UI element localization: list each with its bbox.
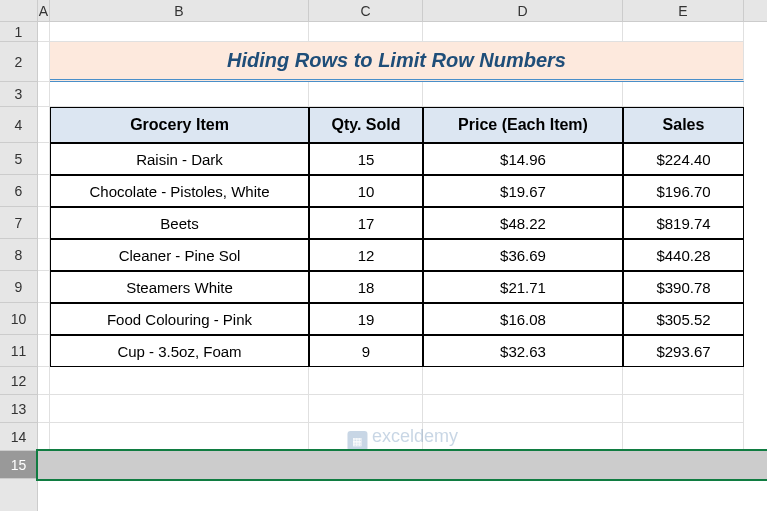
row-header-6[interactable]: 6 [0, 175, 37, 207]
title-cell[interactable]: Hiding Rows to Limit Row Numbers [50, 42, 744, 82]
cell-e1[interactable] [623, 22, 744, 42]
header-qty[interactable]: Qty. Sold [309, 107, 423, 143]
select-all-corner[interactable] [0, 0, 37, 22]
row-header-3[interactable]: 3 [0, 82, 37, 107]
cell-b1[interactable] [50, 22, 309, 42]
cell-e14[interactable] [623, 423, 744, 451]
cell-sales[interactable]: $390.78 [623, 271, 744, 303]
cell-d3[interactable] [423, 82, 623, 107]
column-headers-row: A B C D E [38, 0, 767, 22]
cell-price[interactable]: $36.69 [423, 239, 623, 271]
cell-qty[interactable]: 15 [309, 143, 423, 175]
col-header-e[interactable]: E [623, 0, 744, 21]
row-header-11[interactable]: 11 [0, 335, 37, 367]
col-header-c[interactable]: C [309, 0, 423, 21]
cell-e12[interactable] [623, 367, 744, 395]
cell-b3[interactable] [50, 82, 309, 107]
cell-blank[interactable] [38, 239, 50, 271]
cell-d1[interactable] [423, 22, 623, 42]
cell-item[interactable]: Food Colouring - Pink [50, 303, 309, 335]
cell-item[interactable]: Chocolate - Pistoles, White [50, 175, 309, 207]
cell-b12[interactable] [50, 367, 309, 395]
cell-price[interactable]: $16.08 [423, 303, 623, 335]
cell-blank[interactable] [38, 207, 50, 239]
header-price[interactable]: Price (Each Item) [423, 107, 623, 143]
row-headers-column: 1 2 3 4 5 6 7 8 9 10 11 12 13 14 15 [0, 0, 38, 511]
row-header-5[interactable]: 5 [0, 143, 37, 175]
cell-blank[interactable] [38, 143, 50, 175]
cell-e15[interactable] [623, 451, 744, 479]
cell-price[interactable]: $19.67 [423, 175, 623, 207]
col-header-b[interactable]: B [50, 0, 309, 21]
grid-body[interactable]: Hiding Rows to Limit Row Numbers Grocery… [38, 22, 767, 511]
cell-qty[interactable]: 19 [309, 303, 423, 335]
cell-item[interactable]: Cleaner - Pine Sol [50, 239, 309, 271]
cell-a15[interactable] [38, 451, 50, 479]
cell-a3[interactable] [38, 82, 50, 107]
cell-blank[interactable] [38, 271, 50, 303]
table-row: Beets17$48.22$819.74 [38, 207, 767, 239]
header-sales[interactable]: Sales [623, 107, 744, 143]
cell-c1[interactable] [309, 22, 423, 42]
cell-a14[interactable] [38, 423, 50, 451]
row-header-15[interactable]: 15 [0, 451, 37, 479]
grid-row-15-selected[interactable] [38, 451, 767, 479]
header-item[interactable]: Grocery Item [50, 107, 309, 143]
cell-item[interactable]: Raisin - Dark [50, 143, 309, 175]
cell-price[interactable]: $48.22 [423, 207, 623, 239]
cell-price[interactable]: $21.71 [423, 271, 623, 303]
row-header-13[interactable]: 13 [0, 395, 37, 423]
cell-qty[interactable]: 10 [309, 175, 423, 207]
row-header-1[interactable]: 1 [0, 22, 37, 42]
cell-b13[interactable] [50, 395, 309, 423]
cell-item[interactable]: Cup - 3.5oz, Foam [50, 335, 309, 367]
row-header-7[interactable]: 7 [0, 207, 37, 239]
cell-sales[interactable]: $819.74 [623, 207, 744, 239]
row-header-9[interactable]: 9 [0, 271, 37, 303]
cell-sales[interactable]: $224.40 [623, 143, 744, 175]
cell-c3[interactable] [309, 82, 423, 107]
cell-blank[interactable] [38, 335, 50, 367]
cell-price[interactable]: $14.96 [423, 143, 623, 175]
grid-row-3 [38, 82, 767, 107]
col-header-d[interactable]: D [423, 0, 623, 21]
row-header-14[interactable]: 14 [0, 423, 37, 451]
cell-sales[interactable]: $440.28 [623, 239, 744, 271]
watermark-brand: exceldemy [372, 426, 458, 446]
cell-b15[interactable] [50, 451, 309, 479]
table-row: Chocolate - Pistoles, White10$19.67$196.… [38, 175, 767, 207]
cell-e13[interactable] [623, 395, 744, 423]
cell-c15[interactable] [309, 451, 423, 479]
cell-a4[interactable] [38, 107, 50, 143]
cell-blank[interactable] [38, 175, 50, 207]
cell-d15[interactable] [423, 451, 623, 479]
cell-qty[interactable]: 12 [309, 239, 423, 271]
cell-a13[interactable] [38, 395, 50, 423]
cell-item[interactable]: Beets [50, 207, 309, 239]
row-header-8[interactable]: 8 [0, 239, 37, 271]
cell-price[interactable]: $32.63 [423, 335, 623, 367]
cell-e3[interactable] [623, 82, 744, 107]
cell-b14[interactable] [50, 423, 309, 451]
table-header-row: Grocery Item Qty. Sold Price (Each Item)… [38, 107, 767, 143]
cell-qty[interactable]: 18 [309, 271, 423, 303]
cell-qty[interactable]: 17 [309, 207, 423, 239]
row-header-10[interactable]: 10 [0, 303, 37, 335]
cell-blank[interactable] [38, 303, 50, 335]
cell-sales[interactable]: $305.52 [623, 303, 744, 335]
cell-item[interactable]: Steamers White [50, 271, 309, 303]
cell-qty[interactable]: 9 [309, 335, 423, 367]
col-header-a[interactable]: A [38, 0, 50, 21]
row-header-12[interactable]: 12 [0, 367, 37, 395]
cell-sales[interactable]: $196.70 [623, 175, 744, 207]
cell-a12[interactable] [38, 367, 50, 395]
row-header-4[interactable]: 4 [0, 107, 37, 143]
cell-c12[interactable] [309, 367, 423, 395]
cell-a2[interactable] [38, 42, 50, 82]
cell-c13[interactable] [309, 395, 423, 423]
cell-a1[interactable] [38, 22, 50, 42]
cell-d12[interactable] [423, 367, 623, 395]
row-header-2[interactable]: 2 [0, 42, 37, 82]
cell-d13[interactable] [423, 395, 623, 423]
cell-sales[interactable]: $293.67 [623, 335, 744, 367]
